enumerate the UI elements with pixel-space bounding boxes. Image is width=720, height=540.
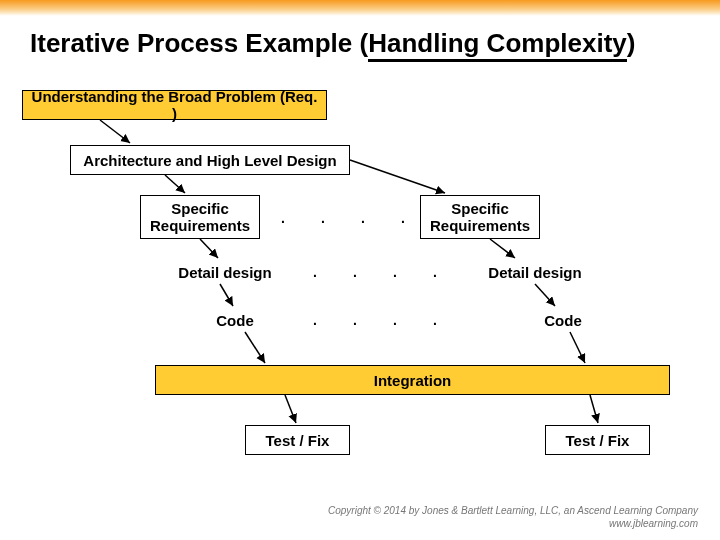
arrow [200,239,218,258]
label: Understanding the Broad Problem (Req. ) [31,88,318,122]
dot: . [350,312,360,328]
dot: . [430,312,440,328]
box-test-left: Test / Fix [245,425,350,455]
slide-title: Iterative Process Example (Handling Comp… [30,28,635,59]
header-gradient [0,0,720,16]
dot: . [390,264,400,280]
box-understanding-req: Understanding the Broad Problem (Req. ) [22,90,327,120]
copyright-line: Copyright © 2014 by Jones & Bartlett Lea… [328,504,698,517]
box-spec-req-right: Specific Requirements [420,195,540,239]
arrow [285,395,296,423]
dots-detail: .... [310,264,440,280]
box-test-right: Test / Fix [545,425,650,455]
label: Code [216,312,254,329]
label: Detail design [488,264,581,281]
arrow [100,120,130,143]
label: Detail design [178,264,271,281]
arrow [535,284,555,306]
label: Integration [374,372,452,389]
dot: . [318,210,328,226]
arrow [220,284,233,306]
label: Test / Fix [266,432,330,449]
box-integration: Integration [155,365,670,395]
title-text-close: ) [627,28,636,58]
arrow [590,395,598,423]
box-architecture: Architecture and High Level Design [70,145,350,175]
label: Architecture and High Level Design [83,152,336,169]
dot: . [310,264,320,280]
dot: . [350,264,360,280]
arrow [245,332,265,363]
label: Test / Fix [566,432,630,449]
box-code-right: Code [528,308,598,332]
arrow [165,175,185,193]
box-code-left: Code [200,308,270,332]
label: Code [544,312,582,329]
slide-root: Iterative Process Example (Handling Comp… [0,0,720,540]
arrow [350,160,445,193]
dots-code: .... [310,312,440,328]
label: Specific Requirements [149,200,251,234]
dot: . [278,210,288,226]
title-text-underlined: Handling Complexity [368,28,627,62]
title-text-plain: Iterative Process Example ( [30,28,368,58]
dot: . [430,264,440,280]
arrow [490,239,515,258]
box-spec-req-left: Specific Requirements [140,195,260,239]
box-detail-left: Detail design [165,260,285,284]
dots-spec: .... [278,210,408,226]
footer-url: www.jblearning.com [328,517,698,530]
dot: . [398,210,408,226]
footer: Copyright © 2014 by Jones & Bartlett Lea… [328,504,698,530]
arrow [570,332,585,363]
box-detail-right: Detail design [475,260,595,284]
dot: . [310,312,320,328]
label: Specific Requirements [429,200,531,234]
dot: . [358,210,368,226]
dot: . [390,312,400,328]
